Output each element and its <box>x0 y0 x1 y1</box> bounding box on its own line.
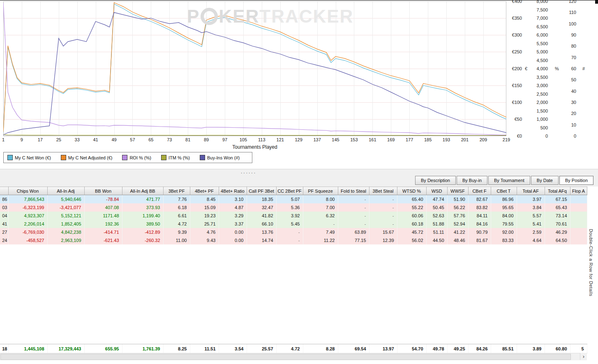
series-My C Net Adjusted (€) <box>3 2 506 132</box>
table-cell: 04 <box>0 212 8 220</box>
table-cell: 15.09 <box>190 203 219 212</box>
column-header[interactable]: WTSD % <box>397 187 426 195</box>
summary-row: 181,445,10817,329,443655.951,761.398.251… <box>0 344 587 353</box>
table-row[interactable]: 03-6,323,199-3,421,077407.08373.936.1815… <box>0 203 587 212</box>
scroll-right-button[interactable]: › <box>580 353 587 360</box>
table-cell: 5.36 <box>276 203 303 212</box>
horizontal-scrollbar[interactable] <box>0 353 587 360</box>
table-cell: 67.15 <box>545 195 570 204</box>
tab-by-position[interactable]: By Position <box>559 176 593 185</box>
table-cell: 66.10 <box>247 220 276 228</box>
table-cell: 77.15 <box>338 236 369 244</box>
column-header[interactable]: Total AFq <box>545 187 570 195</box>
y-axis-count: 1201101009080706050403020100 <box>566 1 576 136</box>
column-header[interactable]: Total AF <box>517 187 545 195</box>
table-cell: 3.92 <box>276 212 303 220</box>
table-cell: 4.64 <box>517 236 545 244</box>
column-header[interactable]: WSD <box>426 187 447 195</box>
table-cell: 4,923,307 <box>8 212 47 220</box>
table-row[interactable]: 044,923,3075,152,1211171.481,199.406.611… <box>0 212 587 220</box>
table-cell: -3,421,077 <box>47 203 84 212</box>
summary-cell: 13.97 <box>369 344 397 353</box>
column-header[interactable]: CBet T <box>491 187 517 195</box>
column-header[interactable]: 3Bet Steal <box>369 187 397 195</box>
count-axis-tick: 70 <box>571 55 576 60</box>
table-cell: 0.00 <box>219 228 247 236</box>
x-axis-ticks: 1917253341495765738189971051131211291371… <box>3 137 506 143</box>
x-axis-tick: 169 <box>384 137 398 142</box>
chart-legend: My C Net Won (€)My C Net Adjusted (€)ROI… <box>3 152 252 163</box>
x-axis-tick: 97 <box>218 137 232 142</box>
table-cell: - <box>338 203 369 212</box>
count-axis-tick: 50 <box>571 77 576 82</box>
column-header[interactable]: PF Squeeze <box>303 187 338 195</box>
euro-axis-tick: €350 <box>512 16 522 21</box>
splitter-grip-icon[interactable]: ...... <box>241 169 256 175</box>
report-tabs: By DescriptionBy Buy-inBy TournamentBy D… <box>414 176 593 185</box>
column-header[interactable]: CC 2Bet PF <box>276 187 303 195</box>
table-cell: 63.89 <box>338 228 369 236</box>
count-axis-tick: 90 <box>571 32 576 37</box>
summary-cell: 49.25 <box>447 344 468 353</box>
column-header[interactable]: Chips Won <box>8 187 47 195</box>
table-cell: 19.23 <box>190 212 219 220</box>
column-header[interactable]: Call PF 3Bet <box>247 187 276 195</box>
column-header[interactable]: BB Won <box>84 187 122 195</box>
table-cell: - <box>303 220 338 228</box>
x-axis-tick: 89 <box>199 137 213 142</box>
table-cell: 5,152,121 <box>47 212 84 220</box>
table-cell: 51.11 <box>426 228 447 236</box>
column-header[interactable]: 3Bet PF <box>163 187 190 195</box>
table-cell: 192.36 <box>84 220 122 228</box>
percent-axis-tick: 500 <box>540 125 548 130</box>
column-header[interactable]: Flop A <box>570 187 587 195</box>
tab-by-description[interactable]: By Description <box>415 176 456 185</box>
tab-by-buy-in[interactable]: By Buy-in <box>457 176 487 185</box>
table-row[interactable]: 24-458,5272,963,109-621.43-260.3211.009.… <box>0 236 587 244</box>
table-cell: 4,842,238 <box>47 228 84 236</box>
count-axis-tick: 80 <box>571 44 576 48</box>
euro-axis-tick: €150 <box>512 83 522 88</box>
table-cell: - <box>369 212 397 220</box>
table-cell: 13.76 <box>247 228 276 236</box>
column-header[interactable]: 4Bet+ Ratio <box>219 187 247 195</box>
column-header[interactable] <box>0 187 8 195</box>
column-header[interactable]: 4Bet+ PF <box>190 187 219 195</box>
table-row[interactable]: 867,866,5435,940,646-78.84471.777.768.45… <box>0 195 587 204</box>
table-row[interactable]: 27-6,769,0304,842,238-414.71-412.899.394… <box>0 228 587 236</box>
column-header[interactable]: WWSF <box>447 187 468 195</box>
legend-item: ITM % (%) <box>161 155 190 160</box>
tab-by-tournament[interactable]: By Tournament <box>488 176 530 185</box>
summary-cell: 8.28 <box>303 344 338 353</box>
summary-cell: 1,761.39 <box>122 344 163 353</box>
count-axis-tick: 40 <box>571 89 576 94</box>
table-cell: - <box>369 203 397 212</box>
tab-by-date[interactable]: By Date <box>531 176 559 185</box>
table-cell: 32.47 <box>247 203 276 212</box>
count-axis-tick: 20 <box>571 111 576 116</box>
table-cell: 41 <box>0 220 8 228</box>
scrollbar-thumb[interactable] <box>0 354 571 360</box>
x-axis-tick: 177 <box>402 137 416 142</box>
column-header[interactable]: All-In Adj <box>47 187 84 195</box>
x-axis-tick: 193 <box>439 137 453 142</box>
percent-axis-tick: 6,500 <box>536 24 548 29</box>
table-cell: 2,963,109 <box>47 236 84 244</box>
table-cell: 48.46 <box>447 236 468 244</box>
table-cell: 86.96 <box>491 195 517 204</box>
column-header[interactable]: All-In Adj BB <box>122 187 163 195</box>
count-axis-tick: 0 <box>574 134 576 138</box>
table-row[interactable]: 412,206,0141,852,405192.36389.504.7225.7… <box>0 220 587 228</box>
percent-axis-tick: 5,000 <box>536 49 548 54</box>
summary-cell: 1,445,108 <box>8 344 47 353</box>
summary-cell: 18 <box>0 344 8 353</box>
legend-item: ROI % (%) <box>122 155 151 160</box>
table-cell: 55.22 <box>397 203 426 212</box>
table-cell: 84.00 <box>491 212 517 220</box>
table-cell: -78.84 <box>84 195 122 204</box>
column-header[interactable]: CBet F <box>468 187 491 195</box>
panel-splitter[interactable]: ...... By DescriptionBy Buy-inBy Tournam… <box>0 169 598 187</box>
column-header[interactable]: Fold to Steal <box>338 187 369 195</box>
table-cell: 7.00 <box>303 203 338 212</box>
table-header-row: Chips WonAll-In AdjBB WonAll-In Adj BB3B… <box>0 187 587 195</box>
